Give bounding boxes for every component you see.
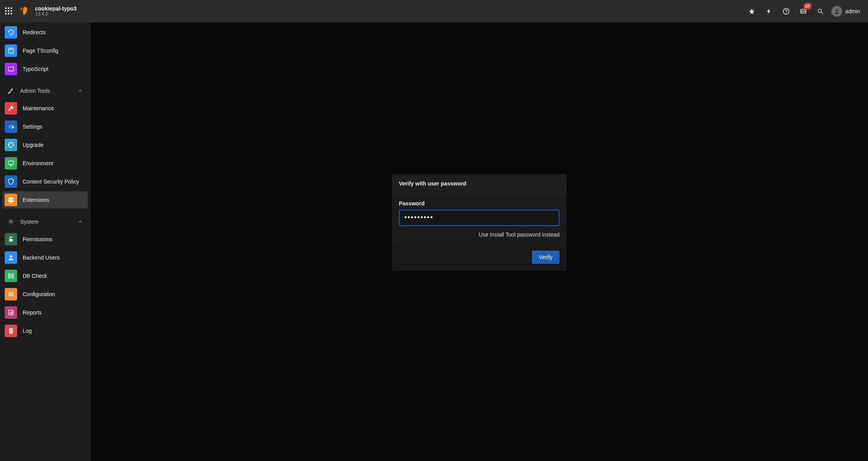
help-button[interactable] [778, 4, 794, 19]
lock-icon [5, 233, 17, 246]
notifications-button[interactable]: 37 [795, 4, 811, 19]
chevron-up-icon [78, 88, 83, 94]
svg-point-15 [836, 9, 838, 11]
gear-icon [5, 120, 17, 133]
sidebar-item-configuration[interactable]: Configuration [2, 286, 88, 303]
password-input[interactable] [399, 210, 560, 226]
sidebar-group-label: System [20, 219, 72, 225]
bookmark-button[interactable] [744, 4, 760, 19]
sidebar: Redirects Page TSconfig TypoScript Admi [0, 23, 90, 461]
sidebar-group-label: Admin Tools [20, 88, 72, 94]
sync-icon [5, 139, 17, 151]
topbar: cookiepal-typo3 13.4.0 37 admin [0, 0, 868, 23]
svg-rect-7 [8, 13, 9, 14]
svg-point-20 [10, 221, 12, 223]
sidebar-item-extensions[interactable]: Extensions [2, 191, 88, 208]
svg-rect-33 [9, 313, 10, 314]
svg-point-30 [10, 295, 11, 296]
svg-rect-23 [9, 274, 13, 278]
sidebar-item-log[interactable]: Log [2, 322, 88, 339]
sidebar-item-label: Extensions [23, 197, 49, 203]
sidebar-group-admin-tools[interactable]: Admin Tools [2, 83, 88, 99]
use-install-tool-link[interactable]: Use Install Tool password instead [399, 231, 560, 238]
sidebar-item-label: Environment [23, 160, 53, 166]
svg-rect-4 [8, 10, 9, 12]
verify-password-card: Verify with user password Password Use I… [392, 174, 567, 271]
sidebar-item-label: DB Check [23, 273, 47, 279]
box-icon [5, 194, 17, 206]
typo3-logo-icon [19, 5, 30, 16]
notifications-badge: 37 [803, 3, 812, 10]
svg-point-31 [12, 292, 13, 293]
sidebar-item-permissions[interactable]: Permissions [2, 231, 88, 248]
sidebar-item-label: Maintenance [23, 105, 54, 111]
redirect-icon [5, 26, 17, 39]
svg-rect-1 [8, 7, 9, 9]
sidebar-item-settings[interactable]: Settings [2, 118, 88, 135]
svg-rect-6 [5, 13, 7, 14]
sidebar-item-maintenance[interactable]: Maintenance [2, 100, 88, 117]
svg-rect-17 [9, 49, 12, 50]
wrench-icon [5, 102, 17, 115]
svg-rect-18 [8, 67, 14, 71]
sidebar-item-label: Log [23, 328, 32, 334]
system-gear-icon [7, 218, 15, 226]
main-content: Verify with user password Password Use I… [90, 23, 868, 461]
sidebar-item-backend-users[interactable]: Backend Users [2, 249, 88, 266]
avatar-icon [831, 6, 842, 17]
svg-rect-10 [801, 9, 806, 13]
page-tsconfig-icon [5, 44, 17, 57]
svg-point-29 [9, 293, 10, 294]
sidebar-item-label: Upgrade [23, 142, 44, 148]
svg-rect-34 [11, 312, 11, 314]
sliders-icon [5, 288, 17, 300]
svg-line-14 [821, 12, 823, 14]
apps-grid-icon[interactable] [3, 5, 14, 16]
site-title: cookiepal-typo3 [35, 5, 77, 12]
sidebar-item-redirects[interactable]: Redirects [2, 24, 88, 41]
sidebar-item-page-tsconfig[interactable]: Page TSconfig [2, 42, 88, 59]
svg-rect-21 [9, 239, 13, 242]
user-icon [5, 251, 17, 264]
sidebar-item-csp[interactable]: Content Security Policy [2, 173, 88, 190]
sidebar-item-label: Backend Users [23, 254, 60, 261]
table-icon [5, 270, 17, 282]
monitor-icon [5, 157, 17, 170]
svg-rect-2 [11, 7, 12, 9]
document-icon [5, 325, 17, 337]
sidebar-item-label: Permissions [23, 236, 52, 242]
shield-icon [5, 175, 17, 188]
sidebar-item-label: TypoScript [23, 66, 48, 72]
sidebar-item-reports[interactable]: Reports [2, 304, 88, 321]
svg-rect-5 [11, 10, 12, 12]
svg-rect-8 [11, 13, 12, 14]
flash-button[interactable] [761, 4, 777, 19]
version-label: 13.4.0 [35, 12, 77, 17]
svg-rect-16 [9, 48, 13, 53]
svg-rect-19 [8, 161, 14, 164]
svg-rect-0 [5, 7, 7, 9]
username-label: admin [845, 8, 860, 14]
admin-tools-icon [7, 87, 15, 95]
search-button[interactable] [813, 4, 828, 19]
sidebar-item-label: Content Security Policy [23, 178, 79, 185]
chevron-up-icon [78, 219, 83, 224]
svg-rect-35 [12, 311, 12, 314]
svg-rect-3 [5, 10, 7, 12]
sidebar-item-label: Reports [23, 309, 42, 316]
sidebar-item-label: Redirects [23, 29, 46, 35]
sidebar-item-label: Settings [23, 124, 43, 130]
sidebar-group-system[interactable]: System [2, 214, 88, 230]
verify-button[interactable]: Verify [532, 251, 560, 264]
sidebar-item-environment[interactable]: Environment [2, 155, 88, 172]
verify-title: Verify with user password [392, 174, 567, 193]
sidebar-item-typoscript[interactable]: TypoScript [2, 60, 88, 78]
sidebar-item-db-check[interactable]: DB Check [2, 267, 88, 284]
sidebar-item-label: Page TSconfig [23, 48, 58, 54]
typoscript-icon [5, 63, 17, 75]
svg-point-22 [10, 255, 12, 258]
user-menu[interactable]: admin [830, 4, 863, 19]
chart-icon [5, 306, 17, 319]
sidebar-item-upgrade[interactable]: Upgrade [2, 136, 88, 154]
svg-point-13 [818, 9, 822, 12]
